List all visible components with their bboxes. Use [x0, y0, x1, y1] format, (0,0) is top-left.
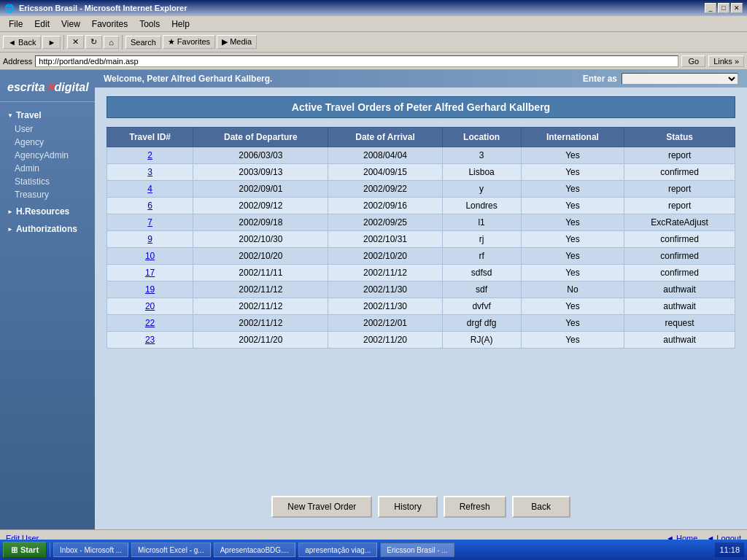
forward-button[interactable]: ►: [42, 36, 61, 49]
sidebar-item-statistics[interactable]: Statistics: [0, 175, 95, 188]
travel-id-link[interactable]: 7: [147, 217, 152, 228]
stop-button[interactable]: ✕: [67, 35, 84, 49]
close-button[interactable]: ✕: [731, 3, 743, 13]
enter-as-section: Enter as: [583, 73, 738, 85]
sidebar-item-agencyadmin[interactable]: AgencyAdmin: [0, 149, 95, 162]
travel-orders-table: Travel ID# Date of Departure Date of Arr…: [107, 127, 735, 349]
refresh-page-button[interactable]: Refresh: [444, 496, 506, 518]
ie-icon: 🌐: [4, 4, 15, 13]
chevron-right-icon2: ►: [7, 226, 13, 233]
cell-departure: 2002/09/01: [193, 181, 328, 198]
windows-icon: ⊞: [11, 545, 18, 546]
cell-international: Yes: [521, 315, 624, 332]
taskbar-item-apresentacao1[interactable]: ApresentacaoBDG....: [214, 542, 296, 545]
media-button[interactable]: ▶ Media: [217, 35, 257, 49]
table-row: 7 2002/09/18 2002/09/25 l1 Yes ExcRateAd…: [107, 214, 735, 231]
title-bar: 🌐 Ericsson Brasil - Microsoft Internet E…: [0, 0, 747, 16]
cell-departure: 2002/10/20: [193, 248, 328, 265]
cell-location: l1: [442, 214, 521, 231]
cell-id: 3: [107, 164, 193, 181]
table-row: 22 2002/11/12 2002/12/01 drgf dfg Yes re…: [107, 315, 735, 332]
menu-view[interactable]: View: [55, 18, 86, 31]
sidebar-travel-label: Travel: [16, 110, 42, 120]
cell-location: drgf dfg: [442, 315, 521, 332]
travel-id-link[interactable]: 3: [147, 167, 152, 177]
cell-id: 20: [107, 298, 193, 315]
enter-as-select[interactable]: [622, 73, 738, 85]
sidebar-authorizations-label: Authorizations: [16, 224, 77, 234]
menu-bar: File Edit View Favorites Tools Help: [0, 16, 747, 32]
travel-id-link[interactable]: 23: [145, 335, 155, 345]
cell-location: RJ(A): [442, 332, 521, 349]
cell-status: authwait: [624, 332, 735, 349]
travel-id-link[interactable]: 22: [145, 318, 155, 328]
sidebar-section-authorizations: ► Authorizations: [0, 222, 95, 236]
cell-international: Yes: [521, 265, 624, 281]
col-header-arrival: Date of Arrival: [328, 128, 442, 147]
new-travel-order-button[interactable]: New Travel Order: [271, 496, 372, 518]
back-button[interactable]: ◄ Back: [3, 36, 41, 49]
sidebar-item-agency[interactable]: Agency: [0, 136, 95, 149]
window-title: Ericsson Brasil - Microsoft Internet Exp…: [19, 4, 187, 12]
cell-location: sdfsd: [442, 265, 521, 281]
cell-arrival: 2008/04/04: [328, 147, 442, 164]
cell-location: dvfvf: [442, 298, 521, 315]
main-container: escrita✕digital ▼ Travel User Agency Age…: [0, 70, 747, 529]
travel-id-link[interactable]: 20: [145, 301, 155, 311]
logo-x: ✕: [45, 81, 55, 93]
taskbar-item-apresentacao2[interactable]: apresentação viag...: [298, 542, 377, 545]
menu-tools[interactable]: Tools: [133, 18, 166, 31]
cell-arrival: 2002/09/22: [328, 181, 442, 198]
menu-file[interactable]: File: [3, 18, 28, 31]
table-row: 3 2003/09/13 2004/09/15 Lisboa Yes confi…: [107, 164, 735, 181]
travel-id-link[interactable]: 17: [145, 268, 155, 278]
toolbar: ◄ Back ► ✕ ↻ ⌂ Search ★ Favorites ▶ Medi…: [0, 32, 747, 52]
sidebar-item-admin[interactable]: Admin: [0, 162, 95, 175]
maximize-button[interactable]: □: [718, 3, 729, 13]
sidebar-header-authorizations[interactable]: ► Authorizations: [0, 222, 95, 236]
minimize-button[interactable]: _: [705, 3, 716, 13]
address-input[interactable]: [35, 55, 678, 67]
history-button[interactable]: History: [378, 496, 437, 518]
travel-id-link[interactable]: 9: [147, 234, 152, 244]
travel-id-link[interactable]: 4: [147, 184, 152, 194]
search-button[interactable]: Search: [125, 36, 161, 49]
cell-status: authwait: [624, 298, 735, 315]
cell-international: No: [521, 281, 624, 298]
menu-edit[interactable]: Edit: [28, 18, 55, 31]
cell-id: 6: [107, 198, 193, 214]
menu-favorites[interactable]: Favorites: [86, 18, 133, 31]
sidebar-header-hresources[interactable]: ► H.Resources: [0, 204, 95, 219]
sidebar-header-travel[interactable]: ▼ Travel: [0, 108, 95, 122]
start-button[interactable]: ⊞ Start: [3, 542, 47, 545]
taskbar-item-ericsson[interactable]: Ericsson Brasil - ...: [380, 542, 454, 545]
cell-departure: 2002/09/18: [193, 214, 328, 231]
welcome-text: Welcome, Peter Alfred Gerhard Kallberg.: [104, 74, 272, 84]
links-button[interactable]: Links »: [708, 55, 744, 67]
cell-id: 22: [107, 315, 193, 332]
sidebar-item-treasury[interactable]: Treasury: [0, 188, 95, 201]
travel-id-link[interactable]: 10: [145, 251, 155, 261]
back-page-button[interactable]: Back: [512, 496, 570, 518]
go-button[interactable]: Go: [681, 55, 705, 67]
cell-location: 3: [442, 147, 521, 164]
travel-id-link[interactable]: 19: [145, 284, 155, 295]
travel-id-link[interactable]: 6: [147, 201, 152, 211]
cell-international: Yes: [521, 214, 624, 231]
table-header-row: Travel ID# Date of Departure Date of Arr…: [107, 128, 735, 147]
cell-location: Londres: [442, 198, 521, 214]
refresh-button[interactable]: ↻: [85, 35, 102, 49]
menu-help[interactable]: Help: [166, 18, 196, 31]
table-row: 10 2002/10/20 2002/10/20 rf Yes confirme…: [107, 248, 735, 265]
cell-id: 7: [107, 214, 193, 231]
sidebar-item-user[interactable]: User: [0, 122, 95, 136]
col-header-status: Status: [624, 128, 735, 147]
cell-status: confirmed: [624, 248, 735, 265]
taskbar-item-excel[interactable]: Microsoft Excel - g...: [131, 542, 211, 545]
travel-id-link[interactable]: 2: [147, 150, 152, 160]
cell-departure: 2002/11/12: [193, 281, 328, 298]
home-button[interactable]: ⌂: [104, 36, 119, 49]
chevron-down-icon: ▼: [7, 112, 13, 119]
taskbar-item-inbox[interactable]: Inbox - Microsoft ...: [53, 542, 128, 545]
favorites-button[interactable]: ★ Favorites: [163, 35, 215, 49]
